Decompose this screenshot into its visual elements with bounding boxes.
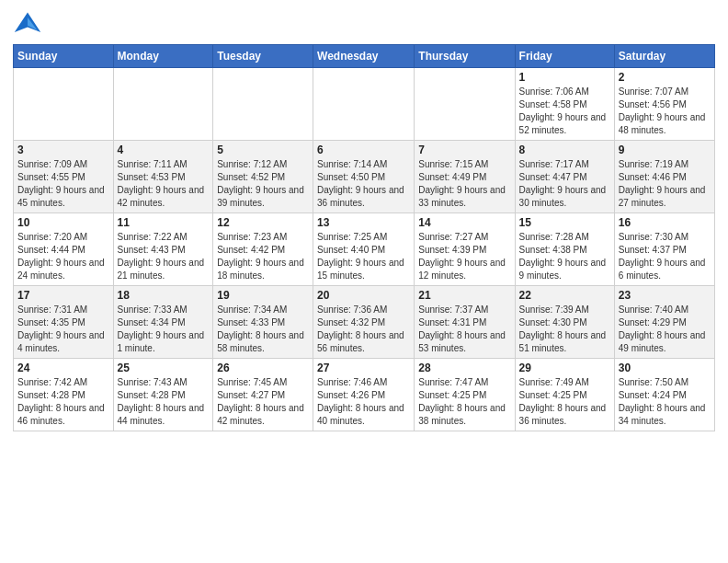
calendar-cell: 24Sunrise: 7:42 AMSunset: 4:28 PMDayligh… — [14, 359, 114, 431]
calendar-cell: 16Sunrise: 7:30 AMSunset: 4:37 PMDayligh… — [614, 213, 714, 286]
calendar-cell: 21Sunrise: 7:37 AMSunset: 4:31 PMDayligh… — [415, 286, 515, 359]
day-info: Sunrise: 7:49 AMSunset: 4:25 PMDaylight:… — [519, 376, 610, 428]
calendar-cell: 13Sunrise: 7:25 AMSunset: 4:40 PMDayligh… — [313, 213, 415, 286]
calendar-week-2: 3Sunrise: 7:09 AMSunset: 4:55 PMDaylight… — [14, 141, 715, 213]
day-number: 26 — [217, 362, 309, 374]
calendar-cell: 8Sunrise: 7:17 AMSunset: 4:47 PMDaylight… — [515, 141, 614, 213]
calendar-cell — [415, 68, 515, 141]
page: SundayMondayTuesdayWednesdayThursdayFrid… — [0, 0, 728, 563]
day-number: 9 — [619, 144, 711, 156]
day-info: Sunrise: 7:37 AMSunset: 4:31 PMDaylight:… — [418, 304, 510, 355]
calendar-week-1: 1Sunrise: 7:06 AMSunset: 4:58 PMDaylight… — [14, 68, 715, 141]
col-header-wednesday: Wednesday — [313, 45, 415, 68]
day-number: 13 — [317, 216, 410, 229]
day-number: 29 — [519, 362, 610, 374]
col-header-saturday: Saturday — [614, 45, 714, 68]
day-number: 1 — [519, 71, 610, 84]
day-info: Sunrise: 7:11 AMSunset: 4:53 PMDaylight:… — [118, 158, 210, 210]
calendar-cell — [113, 68, 213, 141]
day-info: Sunrise: 7:39 AMSunset: 4:30 PMDaylight:… — [519, 304, 610, 355]
day-number: 14 — [418, 216, 510, 229]
calendar-cell: 14Sunrise: 7:27 AMSunset: 4:39 PMDayligh… — [415, 213, 515, 286]
day-info: Sunrise: 7:36 AMSunset: 4:32 PMDaylight:… — [317, 304, 410, 355]
calendar-cell: 2Sunrise: 7:07 AMSunset: 4:56 PMDaylight… — [614, 68, 714, 141]
day-number: 22 — [519, 289, 610, 302]
calendar-cell: 17Sunrise: 7:31 AMSunset: 4:35 PMDayligh… — [14, 286, 114, 359]
day-number: 30 — [619, 362, 711, 374]
calendar-cell: 15Sunrise: 7:28 AMSunset: 4:38 PMDayligh… — [515, 213, 614, 286]
calendar-cell — [213, 68, 313, 141]
day-info: Sunrise: 7:23 AMSunset: 4:42 PMDaylight:… — [217, 231, 309, 282]
calendar-cell: 10Sunrise: 7:20 AMSunset: 4:44 PMDayligh… — [14, 213, 114, 286]
day-info: Sunrise: 7:31 AMSunset: 4:35 PMDaylight:… — [17, 304, 109, 355]
day-number: 11 — [118, 216, 210, 229]
logo — [13, 9, 46, 39]
calendar-cell: 1Sunrise: 7:06 AMSunset: 4:58 PMDaylight… — [515, 68, 614, 141]
calendar-cell: 26Sunrise: 7:45 AMSunset: 4:27 PMDayligh… — [213, 359, 313, 431]
day-number: 19 — [217, 289, 309, 302]
day-number: 25 — [118, 362, 210, 374]
calendar-cell: 3Sunrise: 7:09 AMSunset: 4:55 PMDaylight… — [14, 141, 114, 213]
col-header-thursday: Thursday — [415, 45, 515, 68]
col-header-sunday: Sunday — [14, 45, 114, 68]
calendar-cell: 22Sunrise: 7:39 AMSunset: 4:30 PMDayligh… — [515, 286, 614, 359]
day-info: Sunrise: 7:15 AMSunset: 4:49 PMDaylight:… — [418, 158, 510, 210]
calendar-week-5: 24Sunrise: 7:42 AMSunset: 4:28 PMDayligh… — [14, 359, 715, 431]
calendar-cell: 6Sunrise: 7:14 AMSunset: 4:50 PMDaylight… — [313, 141, 415, 213]
calendar-cell: 29Sunrise: 7:49 AMSunset: 4:25 PMDayligh… — [515, 359, 614, 431]
calendar-cell: 28Sunrise: 7:47 AMSunset: 4:25 PMDayligh… — [415, 359, 515, 431]
col-header-tuesday: Tuesday — [213, 45, 313, 68]
day-info: Sunrise: 7:25 AMSunset: 4:40 PMDaylight:… — [317, 231, 410, 282]
day-info: Sunrise: 7:27 AMSunset: 4:39 PMDaylight:… — [418, 231, 510, 282]
header — [13, 9, 715, 39]
calendar-cell: 20Sunrise: 7:36 AMSunset: 4:32 PMDayligh… — [313, 286, 415, 359]
day-info: Sunrise: 7:14 AMSunset: 4:50 PMDaylight:… — [317, 158, 410, 210]
day-number: 12 — [217, 216, 309, 229]
day-number: 27 — [317, 362, 410, 374]
day-info: Sunrise: 7:12 AMSunset: 4:52 PMDaylight:… — [217, 158, 309, 210]
calendar-cell: 7Sunrise: 7:15 AMSunset: 4:49 PMDaylight… — [415, 141, 515, 213]
day-info: Sunrise: 7:09 AMSunset: 4:55 PMDaylight:… — [17, 158, 109, 210]
day-info: Sunrise: 7:22 AMSunset: 4:43 PMDaylight:… — [118, 231, 210, 282]
calendar-cell: 5Sunrise: 7:12 AMSunset: 4:52 PMDaylight… — [213, 141, 313, 213]
day-info: Sunrise: 7:33 AMSunset: 4:34 PMDaylight:… — [118, 304, 210, 355]
day-info: Sunrise: 7:06 AMSunset: 4:58 PMDaylight:… — [519, 86, 610, 137]
calendar-cell: 30Sunrise: 7:50 AMSunset: 4:24 PMDayligh… — [614, 359, 714, 431]
day-info: Sunrise: 7:20 AMSunset: 4:44 PMDaylight:… — [17, 231, 109, 282]
logo-icon — [13, 9, 42, 39]
day-info: Sunrise: 7:40 AMSunset: 4:29 PMDaylight:… — [619, 304, 711, 355]
calendar-cell — [313, 68, 415, 141]
day-number: 21 — [418, 289, 510, 302]
day-info: Sunrise: 7:17 AMSunset: 4:47 PMDaylight:… — [519, 158, 610, 210]
day-info: Sunrise: 7:30 AMSunset: 4:37 PMDaylight:… — [619, 231, 711, 282]
day-info: Sunrise: 7:42 AMSunset: 4:28 PMDaylight:… — [17, 376, 109, 428]
calendar-cell: 4Sunrise: 7:11 AMSunset: 4:53 PMDaylight… — [113, 141, 213, 213]
day-number: 23 — [619, 289, 711, 302]
calendar-cell: 25Sunrise: 7:43 AMSunset: 4:28 PMDayligh… — [113, 359, 213, 431]
calendar-week-4: 17Sunrise: 7:31 AMSunset: 4:35 PMDayligh… — [14, 286, 715, 359]
calendar-cell: 27Sunrise: 7:46 AMSunset: 4:26 PMDayligh… — [313, 359, 415, 431]
day-number: 3 — [17, 144, 109, 156]
calendar-cell — [14, 68, 114, 141]
day-info: Sunrise: 7:07 AMSunset: 4:56 PMDaylight:… — [619, 86, 711, 137]
col-header-friday: Friday — [515, 45, 614, 68]
day-info: Sunrise: 7:50 AMSunset: 4:24 PMDaylight:… — [619, 376, 711, 428]
calendar-cell: 23Sunrise: 7:40 AMSunset: 4:29 PMDayligh… — [614, 286, 714, 359]
calendar-week-3: 10Sunrise: 7:20 AMSunset: 4:44 PMDayligh… — [14, 213, 715, 286]
calendar-cell: 11Sunrise: 7:22 AMSunset: 4:43 PMDayligh… — [113, 213, 213, 286]
calendar-cell: 18Sunrise: 7:33 AMSunset: 4:34 PMDayligh… — [113, 286, 213, 359]
day-number: 17 — [17, 289, 109, 302]
day-number: 2 — [619, 71, 711, 84]
day-number: 20 — [317, 289, 410, 302]
day-info: Sunrise: 7:19 AMSunset: 4:46 PMDaylight:… — [619, 158, 711, 210]
day-number: 7 — [418, 144, 510, 156]
day-info: Sunrise: 7:43 AMSunset: 4:28 PMDaylight:… — [118, 376, 210, 428]
day-number: 6 — [317, 144, 410, 156]
day-info: Sunrise: 7:28 AMSunset: 4:38 PMDaylight:… — [519, 231, 610, 282]
day-number: 16 — [619, 216, 711, 229]
day-number: 18 — [118, 289, 210, 302]
day-info: Sunrise: 7:46 AMSunset: 4:26 PMDaylight:… — [317, 376, 410, 428]
day-info: Sunrise: 7:45 AMSunset: 4:27 PMDaylight:… — [217, 376, 309, 428]
day-info: Sunrise: 7:47 AMSunset: 4:25 PMDaylight:… — [418, 376, 510, 428]
day-number: 8 — [519, 144, 610, 156]
